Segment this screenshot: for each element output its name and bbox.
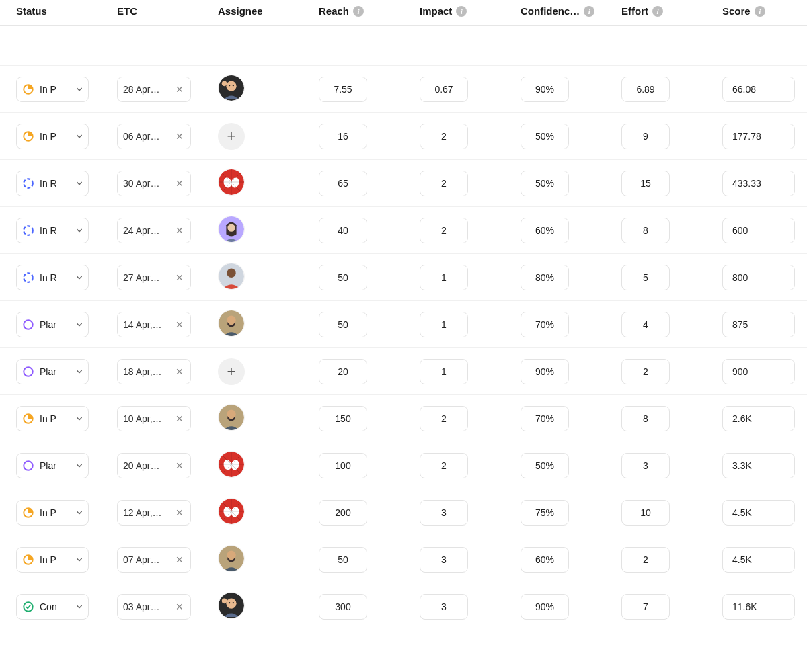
etc-date-picker[interactable]: 28 Apr… ✕ [117,77,191,102]
impact-value[interactable]: 1 [420,265,468,290]
info-icon[interactable]: i [456,6,467,17]
impact-value[interactable]: 2 [420,453,468,478]
clear-date-icon[interactable]: ✕ [174,602,185,612]
reach-value[interactable]: 100 [319,453,367,478]
status-select[interactable]: In P [16,547,89,573]
impact-value[interactable]: 3 [420,547,468,573]
assignee-avatar[interactable] [218,545,245,572]
impact-value[interactable]: 2 [420,171,468,196]
effort-value[interactable]: 15 [621,171,670,196]
clear-date-icon[interactable]: ✕ [174,273,185,282]
clear-date-icon[interactable]: ✕ [174,132,185,141]
assignee-avatar[interactable] [218,216,245,243]
status-select[interactable]: In R [16,218,89,243]
effort-value[interactable]: 10 [621,500,670,526]
etc-date-picker[interactable]: 12 Apr,… ✕ [117,500,191,526]
status-select[interactable]: Plar [16,453,89,478]
effort-value[interactable]: 2 [621,547,670,573]
confidence-value[interactable]: 75% [521,500,569,526]
impact-value[interactable]: 0.67 [420,77,468,102]
status-select[interactable]: In P [16,124,89,149]
clear-date-icon[interactable]: ✕ [174,179,185,188]
confidence-value[interactable]: 50% [521,124,569,149]
confidence-value[interactable]: 60% [521,218,569,243]
reach-value[interactable]: 16 [319,124,367,149]
reach-value[interactable]: 7.55 [319,77,367,102]
info-icon[interactable]: i [353,6,364,17]
add-assignee-button[interactable]: + [218,123,245,150]
assignee-avatar[interactable] [218,75,245,101]
clear-date-icon[interactable]: ✕ [174,85,185,94]
clear-date-icon[interactable]: ✕ [174,461,185,470]
col-status[interactable]: Status [0,5,101,17]
impact-value[interactable]: 2 [420,218,468,243]
reach-value[interactable]: 200 [319,500,367,526]
col-impact[interactable]: Impact i [404,5,504,17]
clear-date-icon[interactable]: ✕ [174,508,185,517]
assignee-avatar[interactable] [218,451,245,478]
status-select[interactable]: In P [16,500,89,526]
reach-value[interactable]: 20 [319,359,367,384]
info-icon[interactable]: i [652,6,663,17]
status-select[interactable]: In R [16,265,89,290]
etc-date-picker[interactable]: 03 Apr… ✕ [117,594,191,620]
assignee-avatar[interactable] [218,169,245,196]
effort-value[interactable]: 9 [621,124,670,149]
confidence-value[interactable]: 50% [521,453,569,478]
col-etc[interactable]: ETC [101,5,202,17]
impact-value[interactable]: 3 [420,594,468,620]
impact-value[interactable]: 1 [420,312,468,337]
status-select[interactable]: Con [16,594,89,620]
etc-date-picker[interactable]: 06 Apr… ✕ [117,124,191,149]
status-select[interactable]: Plar [16,359,89,384]
effort-value[interactable]: 2 [621,359,670,384]
status-select[interactable]: In R [16,171,89,196]
status-select[interactable]: In P [16,77,89,102]
assignee-avatar[interactable] [218,592,245,619]
clear-date-icon[interactable]: ✕ [174,367,185,376]
effort-value[interactable]: 4 [621,312,670,337]
info-icon[interactable]: i [755,6,765,17]
etc-date-picker[interactable]: 07 Apr… ✕ [117,547,191,573]
effort-value[interactable]: 5 [621,265,670,290]
assignee-avatar[interactable] [218,404,245,431]
col-confidence[interactable]: Confidenc… i [504,5,605,17]
confidence-value[interactable]: 90% [521,594,569,620]
impact-value[interactable]: 1 [420,359,468,384]
confidence-value[interactable]: 60% [521,547,569,573]
impact-value[interactable]: 2 [420,406,468,431]
col-assignee[interactable]: Assignee [202,5,303,17]
confidence-value[interactable]: 50% [521,171,569,196]
impact-value[interactable]: 3 [420,500,468,526]
assignee-avatar[interactable] [218,263,245,290]
confidence-value[interactable]: 90% [521,77,569,102]
confidence-value[interactable]: 80% [521,265,569,290]
impact-value[interactable]: 2 [420,124,468,149]
effort-value[interactable]: 8 [621,406,670,431]
col-effort[interactable]: Effort i [605,5,706,17]
etc-date-picker[interactable]: 14 Apr,… ✕ [117,312,191,337]
confidence-value[interactable]: 70% [521,406,569,431]
status-select[interactable]: In P [16,406,89,431]
clear-date-icon[interactable]: ✕ [174,226,185,235]
assignee-avatar[interactable] [218,310,245,337]
etc-date-picker[interactable]: 20 Apr… ✕ [117,453,191,478]
etc-date-picker[interactable]: 30 Apr… ✕ [117,171,191,196]
clear-date-icon[interactable]: ✕ [174,320,185,329]
assignee-avatar[interactable] [218,498,245,525]
effort-value[interactable]: 6.89 [621,77,670,102]
confidence-value[interactable]: 90% [521,359,569,384]
reach-value[interactable]: 50 [319,312,367,337]
reach-value[interactable]: 300 [319,594,367,620]
clear-date-icon[interactable]: ✕ [174,414,185,423]
reach-value[interactable]: 65 [319,171,367,196]
reach-value[interactable]: 50 [319,547,367,573]
etc-date-picker[interactable]: 18 Apr,… ✕ [117,359,191,384]
etc-date-picker[interactable]: 10 Apr,… ✕ [117,406,191,431]
status-select[interactable]: Plar [16,312,89,337]
effort-value[interactable]: 3 [621,453,670,478]
effort-value[interactable]: 8 [621,218,670,243]
add-assignee-button[interactable]: + [218,358,245,385]
reach-value[interactable]: 50 [319,265,367,290]
reach-value[interactable]: 150 [319,406,367,431]
